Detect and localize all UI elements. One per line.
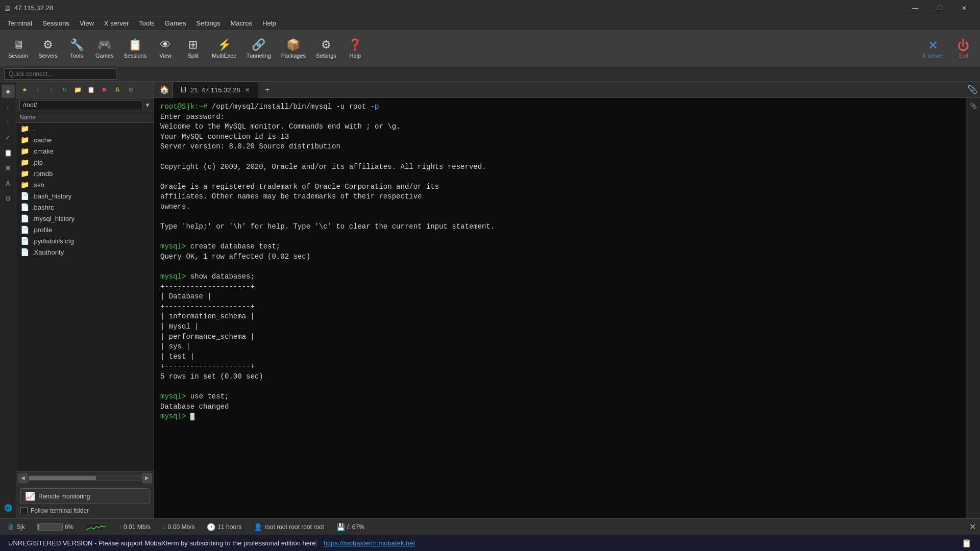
menu-tools[interactable]: Tools bbox=[134, 17, 159, 29]
file-item-ssh[interactable]: 📁 .ssh bbox=[16, 179, 154, 190]
file-path-arrow[interactable]: ▼ bbox=[144, 102, 151, 109]
sidebar-btn-flag[interactable]: 🌐 bbox=[2, 501, 15, 514]
toolbar-view[interactable]: 👁 View bbox=[153, 36, 178, 61]
file-btn-delete[interactable]: ✖ bbox=[98, 84, 110, 96]
menu-settings[interactable]: Settings bbox=[191, 17, 226, 29]
term-line-26: mysql> bbox=[160, 412, 960, 422]
right-btn-1[interactable]: 📎 bbox=[968, 100, 979, 111]
toolbar-view-label: View bbox=[159, 53, 172, 59]
file-btn-refresh[interactable]: ↻ bbox=[58, 84, 70, 96]
file-icon-xauthority: 📄 bbox=[20, 248, 29, 256]
quick-connect-input[interactable] bbox=[4, 68, 116, 80]
maximize-button[interactable]: ☐ bbox=[928, 0, 951, 16]
sidebar-btn-a[interactable]: A bbox=[2, 177, 15, 190]
menu-help[interactable]: Help bbox=[257, 17, 281, 29]
file-item-profile[interactable]: 📄 .profile bbox=[16, 224, 154, 235]
status-sjk[interactable]: 🖥 Sjk bbox=[4, 522, 28, 532]
term-prompt-1: root@Sjk:~# bbox=[160, 103, 207, 111]
sidebar-btn-clip[interactable]: 📋 bbox=[2, 146, 15, 159]
terminal[interactable]: root@Sjk:~# /opt/mysql/install/bin/mysql… bbox=[154, 98, 966, 518]
menu-view[interactable]: View bbox=[75, 17, 99, 29]
session-icon: 🖥 bbox=[13, 38, 24, 52]
file-btn-down[interactable]: ↓ bbox=[32, 84, 44, 96]
status-uptime[interactable]: 🕐 11 hours bbox=[204, 522, 244, 532]
scroll-right[interactable]: ▶ bbox=[142, 473, 152, 483]
status-cpu-indicator[interactable] bbox=[83, 522, 109, 532]
file-btn-copy[interactable]: 📋 bbox=[85, 84, 97, 96]
new-tab-button[interactable]: + bbox=[260, 83, 275, 97]
toolbar-multiexec[interactable]: ⚡ MultiExec bbox=[208, 36, 240, 61]
sidebar-btn-gear[interactable]: ⚙ bbox=[2, 192, 15, 205]
xserver-icon: ✕ bbox=[928, 38, 938, 53]
toolbar-session-label: Session bbox=[8, 53, 28, 59]
sidebar-btn-arrow-up[interactable]: ↑ bbox=[2, 115, 15, 129]
toolbar-tools[interactable]: 🔧 Tools bbox=[64, 36, 89, 61]
toolbar-tunneling[interactable]: 🔗 Tunneling bbox=[242, 36, 275, 61]
term-line-6: Copyright (c) 2000, 2020, Oracle and/or … bbox=[160, 162, 960, 172]
toolbar-sessions[interactable]: 📋 Sessions bbox=[120, 36, 151, 61]
file-btn-star[interactable]: ★ bbox=[18, 84, 31, 96]
person-icon: 👤 bbox=[254, 523, 262, 531]
remote-monitoring-button[interactable]: 📈 Remote monitoring bbox=[20, 488, 150, 504]
file-item-pip[interactable]: 📁 .pip bbox=[16, 157, 154, 168]
file-path-input[interactable] bbox=[19, 100, 142, 110]
status-network-up[interactable]: ↑ 0.01 Mb/s bbox=[115, 522, 154, 532]
toolbar-help[interactable]: ❓ Help bbox=[342, 36, 368, 61]
file-btn-rename[interactable]: A bbox=[111, 84, 124, 96]
toolbar-settings[interactable]: ⚙ Settings bbox=[312, 36, 340, 61]
unreg-link[interactable]: https://mobaxterm.mobatek.net bbox=[324, 539, 415, 547]
file-item-pydistutils[interactable]: 📄 .pydistutils.cfg bbox=[16, 235, 154, 246]
file-item-cache[interactable]: 📁 .cache bbox=[16, 134, 154, 145]
exit-button[interactable]: ⏻ Exit bbox=[951, 36, 976, 61]
follow-terminal-checkbox-row[interactable]: Follow terminal folder bbox=[20, 507, 150, 514]
toolbar-session[interactable]: 🖥 Session bbox=[4, 36, 32, 61]
file-item-xauthority[interactable]: 📄 .Xauthority bbox=[16, 246, 154, 258]
sidebar-btn-x[interactable]: ✖ bbox=[2, 161, 15, 174]
file-item-cmake[interactable]: 📁 .cmake bbox=[16, 145, 154, 157]
xserver-button[interactable]: ✕ X server bbox=[916, 36, 949, 61]
sidebar-btn-check[interactable]: ✓ bbox=[2, 131, 15, 144]
follow-terminal-checkbox[interactable] bbox=[20, 507, 28, 514]
menu-macros[interactable]: Macros bbox=[225, 17, 257, 29]
file-item-bash-history[interactable]: 📄 .bash_history bbox=[16, 190, 154, 202]
toolbar-sessions-label: Sessions bbox=[124, 53, 147, 59]
file-item-rpmdb[interactable]: 📁 .rpmdb bbox=[16, 168, 154, 179]
file-btn-folder[interactable]: 📁 bbox=[71, 84, 84, 96]
quick-connect-bar bbox=[0, 66, 980, 82]
disk-icon: 💾 bbox=[336, 523, 345, 531]
toolbar-servers[interactable]: ⚙ Servers bbox=[34, 36, 62, 61]
toolbar-packages[interactable]: 📦 Packages bbox=[277, 36, 310, 61]
menu-terminal[interactable]: Terminal bbox=[2, 17, 37, 29]
scrollbar-track[interactable] bbox=[29, 475, 141, 481]
toolbar-games[interactable]: 🎮 Games bbox=[91, 36, 117, 61]
menu-games[interactable]: Games bbox=[160, 17, 191, 29]
term-line-18: | mysql | bbox=[160, 322, 960, 332]
close-button[interactable]: ✕ bbox=[952, 0, 976, 16]
scroll-left[interactable]: ◀ bbox=[18, 473, 28, 483]
toolbar-split[interactable]: ⊞ Split bbox=[180, 36, 206, 61]
mysql-prompt-1: mysql> bbox=[160, 242, 186, 251]
right-strip: 📎 bbox=[966, 98, 980, 518]
menu-xserver[interactable]: X server bbox=[99, 17, 134, 29]
file-btn-up[interactable]: ↑ bbox=[45, 84, 57, 96]
file-item-dotdot[interactable]: 📁 .. bbox=[16, 123, 154, 134]
sidebar-btn-arrow-down[interactable]: ↓ bbox=[2, 100, 15, 113]
file-item-bashrc[interactable]: 📄 .bashrc bbox=[16, 202, 154, 213]
status-network-down[interactable]: ↓ 0.00 Mb/s bbox=[160, 522, 198, 532]
active-tab[interactable]: 🖥 21: 47.115.32.28 ✕ bbox=[173, 82, 258, 98]
status-disk[interactable]: 💾 /: 67% bbox=[333, 522, 368, 532]
status-session-info[interactable]: 👤 root root root root root bbox=[251, 522, 327, 532]
term-line-2: Enter password: bbox=[160, 112, 960, 122]
tab-home[interactable]: 🏠 bbox=[156, 83, 173, 97]
paperclip-button[interactable]: 📎 bbox=[967, 84, 978, 95]
file-btn-settings[interactable]: ⚙ bbox=[125, 84, 137, 96]
status-cpu[interactable]: 6% bbox=[34, 522, 77, 532]
sidebar-btn-star[interactable]: ★ bbox=[2, 85, 15, 98]
menu-sessions[interactable]: Sessions bbox=[37, 17, 75, 29]
term-line-12: Query OK, 1 row affected (0.02 sec) bbox=[160, 252, 960, 262]
tab-close-button[interactable]: ✕ bbox=[243, 86, 252, 94]
file-item-mysql-history[interactable]: 📄 .mysql_history bbox=[16, 213, 154, 224]
minimize-button[interactable]: — bbox=[903, 0, 927, 16]
status-close-button[interactable]: ✕ bbox=[969, 522, 976, 532]
status-disk-value: /: 67% bbox=[347, 523, 364, 531]
